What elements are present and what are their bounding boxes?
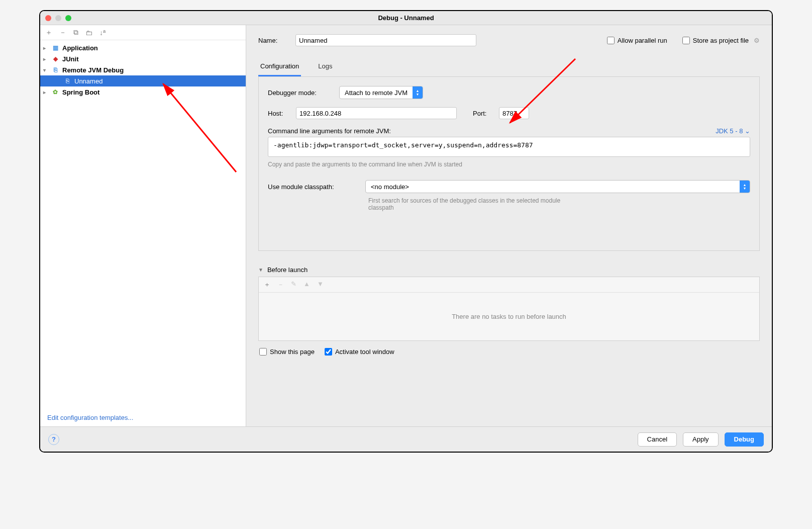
show-page-input[interactable] xyxy=(259,348,267,356)
window-minimize-icon[interactable] xyxy=(55,15,61,21)
activate-tool-input[interactable] xyxy=(325,348,332,356)
name-label: Name: xyxy=(258,37,288,44)
allow-parallel-input[interactable] xyxy=(607,37,615,44)
store-project-label: Store as project file xyxy=(693,37,749,44)
add-config-icon[interactable]: ＋ xyxy=(45,28,52,37)
move-up-icon: ▲ xyxy=(303,280,310,289)
debugger-mode-value: Attach to remote JVM xyxy=(340,89,413,97)
remove-task-icon: － xyxy=(277,280,284,289)
chevron-down-icon: ▾ xyxy=(43,67,48,73)
tree-label: Spring Boot xyxy=(62,89,99,96)
tree-item-application[interactable]: ▸ ▦ Application xyxy=(40,42,246,53)
tree-item-unnamed[interactable]: ⎘ Unnamed xyxy=(40,75,246,86)
remote-config-icon: ⎘ xyxy=(63,77,71,85)
show-page-checkbox[interactable]: Show this page xyxy=(259,348,315,356)
module-classpath-select[interactable]: <no module> ▲▼ xyxy=(365,180,750,193)
jdk-version-dropdown[interactable]: JDK 5 - 8 ⌄ xyxy=(716,127,750,135)
application-icon: ▦ xyxy=(51,44,59,52)
port-input[interactable] xyxy=(499,107,529,119)
remove-config-icon[interactable]: － xyxy=(59,28,66,37)
tree-label: Remote JVM Debug xyxy=(62,66,124,74)
debug-button[interactable]: Debug xyxy=(725,432,764,447)
save-config-icon[interactable]: 🗀 xyxy=(85,29,92,37)
allow-parallel-checkbox[interactable]: Allow parallel run xyxy=(607,37,667,44)
debugger-mode-label: Debugger mode: xyxy=(268,89,333,97)
tree-item-spring-boot[interactable]: ▸ ✿ Spring Boot xyxy=(40,86,246,98)
before-launch-empty: There are no tasks to run before launch xyxy=(259,293,759,340)
dialog-footer: ? Cancel Apply Debug xyxy=(40,426,772,452)
allow-parallel-label: Allow parallel run xyxy=(618,37,667,44)
sidebar: ＋ － ⧉ 🗀 ↓ª ▸ ▦ Application ▸ ◆ JUnit ▾ xyxy=(40,25,246,426)
add-task-icon[interactable]: ＋ xyxy=(264,280,270,289)
chevron-right-icon: ▸ xyxy=(43,56,48,62)
tab-configuration[interactable]: Configuration xyxy=(258,58,301,76)
remote-debug-icon: ⎘ xyxy=(51,66,59,74)
tab-logs[interactable]: Logs xyxy=(316,58,334,76)
before-launch-section: ▼ Before launch ＋ － ✎ ▲ ▼ There are no t… xyxy=(258,263,760,341)
edit-task-icon: ✎ xyxy=(291,280,296,289)
window-close-icon[interactable] xyxy=(45,15,51,21)
before-launch-header[interactable]: ▼ Before launch xyxy=(258,263,760,277)
tree-item-remote-jvm[interactable]: ▾ ⎘ Remote JVM Debug xyxy=(40,64,246,75)
chevron-right-icon: ▸ xyxy=(43,45,48,51)
configuration-panel: Debugger mode: Attach to remote JVM ▲▼ H… xyxy=(258,77,760,251)
spring-boot-icon: ✿ xyxy=(51,88,59,96)
junit-icon: ◆ xyxy=(51,55,59,63)
module-classpath-value: <no module> xyxy=(366,183,740,191)
tabs: Configuration Logs xyxy=(258,58,760,77)
config-tree: ▸ ▦ Application ▸ ◆ JUnit ▾ ⎘ Remote JVM… xyxy=(40,40,246,409)
window-maximize-icon[interactable] xyxy=(65,15,71,21)
cmd-label: Command line arguments for remote JVM: xyxy=(268,127,391,135)
gear-icon[interactable]: ⚙ xyxy=(754,37,760,44)
sidebar-toolbar: ＋ － ⧉ 🗀 ↓ª xyxy=(40,25,246,40)
activate-tool-checkbox[interactable]: Activate tool window xyxy=(325,348,394,356)
debugger-mode-select[interactable]: Attach to remote JVM ▲▼ xyxy=(339,86,423,99)
store-project-checkbox[interactable]: Store as project file ⚙ xyxy=(682,37,760,44)
select-arrows-icon: ▲▼ xyxy=(740,181,750,193)
chevron-right-icon: ▸ xyxy=(43,90,48,95)
module-classpath-label: Use module classpath: xyxy=(268,183,358,191)
triangle-down-icon: ▼ xyxy=(258,267,263,273)
host-input[interactable] xyxy=(296,107,457,119)
tree-label: JUnit xyxy=(62,55,79,63)
host-label: Host: xyxy=(268,110,290,117)
help-icon[interactable]: ? xyxy=(48,434,59,445)
name-input[interactable] xyxy=(295,34,476,46)
move-down-icon: ▼ xyxy=(317,280,324,289)
copy-config-icon[interactable]: ⧉ xyxy=(73,28,78,37)
main-panel: Name: Allow parallel run Store as projec… xyxy=(246,25,772,426)
store-project-input[interactable] xyxy=(682,37,690,44)
titlebar[interactable]: Debug - Unnamed xyxy=(40,11,772,25)
apply-button[interactable]: Apply xyxy=(683,432,719,447)
port-label: Port: xyxy=(473,110,493,117)
tree-label: Unnamed xyxy=(74,77,103,85)
tree-item-junit[interactable]: ▸ ◆ JUnit xyxy=(40,53,246,64)
sort-config-icon[interactable]: ↓ª xyxy=(99,29,106,37)
activate-tool-label: Activate tool window xyxy=(335,348,394,356)
module-hint: First search for sources of the debugged… xyxy=(368,197,579,211)
edit-templates-link[interactable]: Edit configuration templates... xyxy=(47,414,133,421)
tree-label: Application xyxy=(62,44,98,52)
window-title: Debug - Unnamed xyxy=(40,14,772,22)
before-launch-title: Before launch xyxy=(267,266,308,274)
before-launch-toolbar: ＋ － ✎ ▲ ▼ xyxy=(259,277,759,293)
cancel-button[interactable]: Cancel xyxy=(638,432,677,447)
select-arrows-icon: ▲▼ xyxy=(413,86,423,99)
cmd-hint: Copy and paste the arguments to the comm… xyxy=(268,161,750,168)
show-page-label: Show this page xyxy=(270,348,315,356)
cmd-arguments-box[interactable]: -agentlib:jdwp=transport=dt_socket,serve… xyxy=(268,137,750,157)
